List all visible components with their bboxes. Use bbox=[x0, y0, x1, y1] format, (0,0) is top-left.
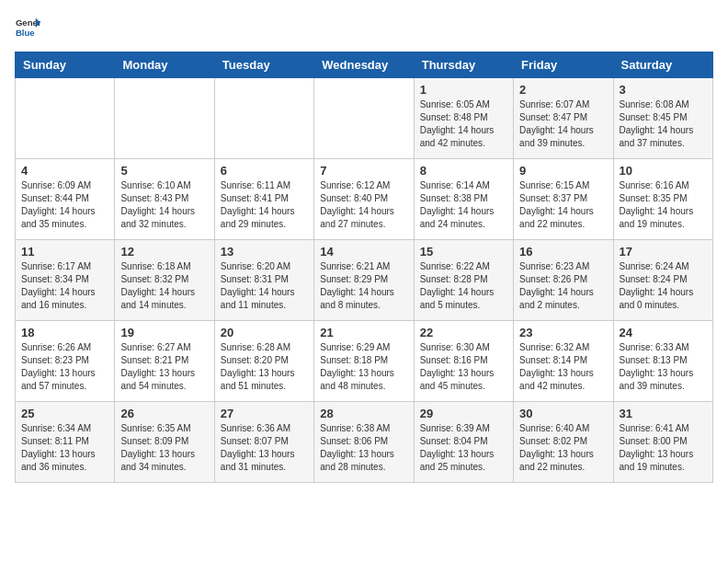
calendar-day-cell: 23Sunrise: 6:32 AM Sunset: 8:14 PM Dayli… bbox=[514, 321, 613, 402]
calendar-day-cell: 8Sunrise: 6:14 AM Sunset: 8:38 PM Daylig… bbox=[414, 159, 513, 240]
day-info: Sunrise: 6:10 AM Sunset: 8:43 PM Dayligh… bbox=[120, 179, 208, 231]
calendar-day-cell: 11Sunrise: 6:17 AM Sunset: 8:34 PM Dayli… bbox=[16, 240, 115, 321]
day-number: 3 bbox=[620, 83, 707, 97]
day-number: 13 bbox=[221, 245, 308, 259]
weekday-header-cell: Friday bbox=[514, 52, 613, 78]
day-number: 21 bbox=[320, 326, 407, 339]
calendar-week-row: 4Sunrise: 6:09 AM Sunset: 8:44 PM Daylig… bbox=[16, 159, 713, 240]
calendar-day-cell: 7Sunrise: 6:12 AM Sunset: 8:40 PM Daylig… bbox=[314, 159, 414, 240]
day-number: 8 bbox=[420, 164, 507, 178]
calendar-day-cell bbox=[214, 78, 313, 159]
day-info: Sunrise: 6:35 AM Sunset: 8:09 PM Dayligh… bbox=[120, 422, 208, 474]
calendar-day-cell: 19Sunrise: 6:27 AM Sunset: 8:21 PM Dayli… bbox=[115, 321, 214, 402]
day-info: Sunrise: 6:26 AM Sunset: 8:23 PM Dayligh… bbox=[21, 341, 108, 393]
weekday-header-cell: Saturday bbox=[613, 52, 712, 78]
calendar-day-cell: 13Sunrise: 6:20 AM Sunset: 8:31 PM Dayli… bbox=[214, 240, 313, 321]
calendar-day-cell: 17Sunrise: 6:24 AM Sunset: 8:24 PM Dayli… bbox=[613, 240, 712, 321]
day-number: 16 bbox=[519, 245, 607, 259]
calendar-day-cell bbox=[314, 78, 414, 159]
calendar-day-cell: 9Sunrise: 6:15 AM Sunset: 8:37 PM Daylig… bbox=[514, 159, 613, 240]
calendar-day-cell: 30Sunrise: 6:40 AM Sunset: 8:02 PM Dayli… bbox=[514, 402, 613, 483]
calendar-day-cell: 24Sunrise: 6:33 AM Sunset: 8:13 PM Dayli… bbox=[613, 321, 712, 402]
calendar-day-cell: 3Sunrise: 6:08 AM Sunset: 8:45 PM Daylig… bbox=[613, 78, 712, 159]
calendar-day-cell: 15Sunrise: 6:22 AM Sunset: 8:28 PM Dayli… bbox=[414, 240, 513, 321]
calendar-day-cell: 16Sunrise: 6:23 AM Sunset: 8:26 PM Dayli… bbox=[514, 240, 613, 321]
day-number: 27 bbox=[221, 407, 308, 420]
svg-text:Blue: Blue bbox=[16, 28, 35, 38]
day-info: Sunrise: 6:17 AM Sunset: 8:34 PM Dayligh… bbox=[21, 260, 108, 312]
weekday-header-cell: Thursday bbox=[414, 52, 513, 78]
day-info: Sunrise: 6:14 AM Sunset: 8:38 PM Dayligh… bbox=[420, 179, 507, 231]
day-info: Sunrise: 6:16 AM Sunset: 8:35 PM Dayligh… bbox=[620, 179, 707, 231]
calendar-table: SundayMondayTuesdayWednesdayThursdayFrid… bbox=[15, 52, 713, 483]
day-info: Sunrise: 6:20 AM Sunset: 8:31 PM Dayligh… bbox=[221, 260, 308, 312]
calendar-day-cell: 20Sunrise: 6:28 AM Sunset: 8:20 PM Dayli… bbox=[214, 321, 313, 402]
day-number: 18 bbox=[21, 326, 108, 339]
calendar-day-cell: 10Sunrise: 6:16 AM Sunset: 8:35 PM Dayli… bbox=[613, 159, 712, 240]
calendar-day-cell: 27Sunrise: 6:36 AM Sunset: 8:07 PM Dayli… bbox=[214, 402, 313, 483]
weekday-header-cell: Sunday bbox=[16, 52, 115, 78]
calendar-day-cell: 28Sunrise: 6:38 AM Sunset: 8:06 PM Dayli… bbox=[314, 402, 414, 483]
day-info: Sunrise: 6:05 AM Sunset: 8:48 PM Dayligh… bbox=[420, 98, 507, 150]
calendar-day-cell bbox=[115, 78, 214, 159]
day-number: 7 bbox=[320, 164, 407, 178]
calendar-week-row: 18Sunrise: 6:26 AM Sunset: 8:23 PM Dayli… bbox=[16, 321, 713, 402]
page-header: General Blue bbox=[15, 15, 713, 40]
calendar-day-cell: 12Sunrise: 6:18 AM Sunset: 8:32 PM Dayli… bbox=[115, 240, 214, 321]
day-info: Sunrise: 6:09 AM Sunset: 8:44 PM Dayligh… bbox=[21, 179, 108, 231]
day-number: 6 bbox=[221, 164, 308, 178]
day-number: 15 bbox=[420, 245, 507, 259]
logo: General Blue bbox=[15, 15, 40, 40]
day-info: Sunrise: 6:34 AM Sunset: 8:11 PM Dayligh… bbox=[21, 422, 108, 474]
weekday-header-row: SundayMondayTuesdayWednesdayThursdayFrid… bbox=[16, 52, 713, 78]
day-info: Sunrise: 6:11 AM Sunset: 8:41 PM Dayligh… bbox=[221, 179, 308, 231]
day-info: Sunrise: 6:29 AM Sunset: 8:18 PM Dayligh… bbox=[320, 341, 407, 393]
day-info: Sunrise: 6:15 AM Sunset: 8:37 PM Dayligh… bbox=[519, 179, 607, 231]
day-number: 25 bbox=[21, 407, 108, 420]
calendar-day-cell: 31Sunrise: 6:41 AM Sunset: 8:00 PM Dayli… bbox=[613, 402, 712, 483]
day-number: 26 bbox=[120, 407, 208, 420]
calendar-week-row: 11Sunrise: 6:17 AM Sunset: 8:34 PM Dayli… bbox=[16, 240, 713, 321]
day-number: 24 bbox=[620, 326, 707, 339]
calendar-day-cell: 2Sunrise: 6:07 AM Sunset: 8:47 PM Daylig… bbox=[514, 78, 613, 159]
calendar-day-cell: 25Sunrise: 6:34 AM Sunset: 8:11 PM Dayli… bbox=[16, 402, 115, 483]
day-info: Sunrise: 6:41 AM Sunset: 8:00 PM Dayligh… bbox=[620, 422, 707, 474]
day-info: Sunrise: 6:32 AM Sunset: 8:14 PM Dayligh… bbox=[519, 341, 607, 393]
calendar-day-cell: 6Sunrise: 6:11 AM Sunset: 8:41 PM Daylig… bbox=[214, 159, 313, 240]
day-number: 2 bbox=[519, 83, 607, 97]
calendar-day-cell: 21Sunrise: 6:29 AM Sunset: 8:18 PM Dayli… bbox=[314, 321, 414, 402]
day-info: Sunrise: 6:36 AM Sunset: 8:07 PM Dayligh… bbox=[221, 422, 308, 474]
day-info: Sunrise: 6:24 AM Sunset: 8:24 PM Dayligh… bbox=[620, 260, 707, 312]
calendar-day-cell: 5Sunrise: 6:10 AM Sunset: 8:43 PM Daylig… bbox=[115, 159, 214, 240]
day-info: Sunrise: 6:18 AM Sunset: 8:32 PM Dayligh… bbox=[120, 260, 208, 312]
day-info: Sunrise: 6:38 AM Sunset: 8:06 PM Dayligh… bbox=[320, 422, 407, 474]
day-info: Sunrise: 6:28 AM Sunset: 8:20 PM Dayligh… bbox=[221, 341, 308, 393]
calendar-day-cell: 22Sunrise: 6:30 AM Sunset: 8:16 PM Dayli… bbox=[414, 321, 513, 402]
calendar-day-cell: 26Sunrise: 6:35 AM Sunset: 8:09 PM Dayli… bbox=[115, 402, 214, 483]
calendar-week-row: 1Sunrise: 6:05 AM Sunset: 8:48 PM Daylig… bbox=[16, 78, 713, 159]
day-number: 14 bbox=[320, 245, 407, 259]
day-number: 10 bbox=[620, 164, 707, 178]
day-number: 29 bbox=[420, 407, 507, 420]
day-info: Sunrise: 6:39 AM Sunset: 8:04 PM Dayligh… bbox=[420, 422, 507, 474]
day-number: 20 bbox=[221, 326, 308, 339]
calendar-day-cell: 18Sunrise: 6:26 AM Sunset: 8:23 PM Dayli… bbox=[16, 321, 115, 402]
day-number: 22 bbox=[420, 326, 507, 339]
day-number: 31 bbox=[620, 407, 707, 420]
day-number: 1 bbox=[420, 83, 507, 97]
logo-icon: General Blue bbox=[15, 15, 40, 40]
day-info: Sunrise: 6:22 AM Sunset: 8:28 PM Dayligh… bbox=[420, 260, 507, 312]
day-number: 5 bbox=[120, 164, 208, 178]
day-info: Sunrise: 6:08 AM Sunset: 8:45 PM Dayligh… bbox=[620, 98, 707, 150]
day-info: Sunrise: 6:23 AM Sunset: 8:26 PM Dayligh… bbox=[519, 260, 607, 312]
calendar-day-cell: 29Sunrise: 6:39 AM Sunset: 8:04 PM Dayli… bbox=[414, 402, 513, 483]
calendar-week-row: 25Sunrise: 6:34 AM Sunset: 8:11 PM Dayli… bbox=[16, 402, 713, 483]
day-info: Sunrise: 6:40 AM Sunset: 8:02 PM Dayligh… bbox=[519, 422, 607, 474]
day-number: 19 bbox=[120, 326, 208, 339]
calendar-day-cell bbox=[16, 78, 115, 159]
calendar-day-cell: 1Sunrise: 6:05 AM Sunset: 8:48 PM Daylig… bbox=[414, 78, 513, 159]
day-number: 11 bbox=[21, 245, 108, 259]
day-number: 9 bbox=[519, 164, 607, 178]
calendar-body: 1Sunrise: 6:05 AM Sunset: 8:48 PM Daylig… bbox=[16, 78, 713, 483]
day-info: Sunrise: 6:33 AM Sunset: 8:13 PM Dayligh… bbox=[620, 341, 707, 393]
